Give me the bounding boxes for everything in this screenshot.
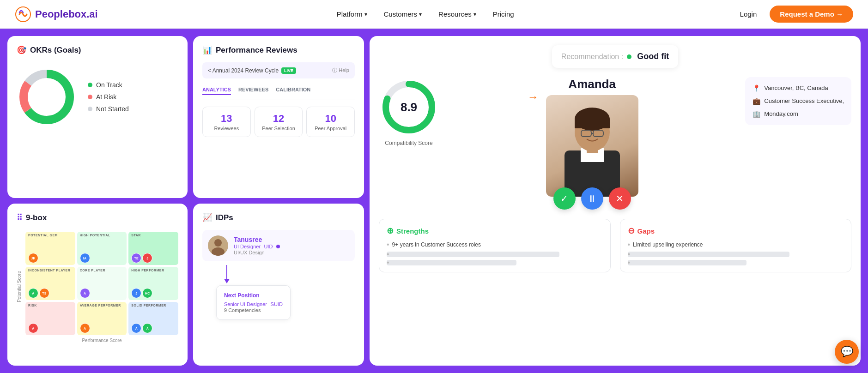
strengths-title: ⊕ Strengths xyxy=(387,226,603,236)
recommendation-banner: Recommendation : Good fit xyxy=(552,45,678,68)
next-position-title: Senior UI Designer SUID xyxy=(224,301,283,307)
ninebox-grid: Potential GemJKHigh PotentialIAStarTEJIn… xyxy=(25,232,178,335)
middle-section: 📊 Performance Reviews < Annual 2024 Revi… xyxy=(193,36,364,366)
tab-analytics[interactable]: ANALYTICS xyxy=(202,87,231,95)
review-tabs: ANALYTICS REVIEWEES CALIBRATION xyxy=(202,84,355,100)
plus-circle-icon: ⊕ xyxy=(387,226,394,236)
person-name: Amanda xyxy=(568,77,616,91)
gap-item-2 xyxy=(628,252,790,257)
logo[interactable]: Peoplebox.ai xyxy=(15,6,98,23)
gap-item-1: Limited upselling experience xyxy=(628,241,844,249)
demo-button[interactable]: Request a Demo → xyxy=(770,6,853,23)
legend-on-track: On Track xyxy=(88,81,129,89)
reject-button[interactable]: ✕ xyxy=(609,187,631,210)
performance-icon: 📊 xyxy=(202,45,212,55)
svg-point-6 xyxy=(214,239,222,247)
nav-links: Platform ▾ Customers ▾ Resources ▾ Prici… xyxy=(116,6,734,22)
profile-area: 8.9 Compatibility Score Amanda → xyxy=(379,77,851,210)
briefcase-icon: 💼 xyxy=(753,97,760,105)
navbar: Peoplebox.ai Platform ▾ Customers ▾ Reso… xyxy=(0,0,868,29)
gaps-list: Limited upselling experience xyxy=(628,241,844,265)
review-header: < Annual 2024 Review Cycle LIVE ⓘ Help xyxy=(202,62,355,78)
chevron-down-icon: ▾ xyxy=(419,11,422,18)
okr-title: 🎯 OKRs (Goals) xyxy=(17,45,178,55)
svg-rect-15 xyxy=(575,119,610,128)
content-area: 🎯 OKRs (Goals) xyxy=(0,29,868,373)
photo-area: → xyxy=(546,95,638,197)
ninebox-cell: Solid PerformerAA xyxy=(128,302,178,335)
person-photo xyxy=(546,95,638,197)
strength-item-2 xyxy=(387,252,559,257)
location-icon: 📍 xyxy=(753,84,760,92)
stat-peer-selection: 12 Peer Selection xyxy=(255,107,303,137)
stat-reviewees: 13 Reviewees xyxy=(202,107,251,137)
okr-donut-chart xyxy=(17,67,77,127)
not-started-dot xyxy=(88,107,92,111)
good-fit-dot xyxy=(627,54,631,59)
job-title-detail: 💼 Customer Success Executive, xyxy=(753,97,844,105)
approve-button[interactable]: ✓ xyxy=(553,187,576,210)
idp-role: UI Designer UID xyxy=(234,243,349,250)
compat-label: Compatibility Score xyxy=(379,140,439,146)
compat-number: 8.9 xyxy=(401,100,417,114)
performance-reviews-card: 📊 Performance Reviews < Annual 2024 Revi… xyxy=(193,36,364,198)
nav-platform[interactable]: Platform ▾ xyxy=(329,6,375,22)
profile-details: 📍 Vancouver, BC, Canada 💼 Customer Succe… xyxy=(745,77,851,125)
ninebox-cell: Potential GemJK xyxy=(25,232,75,265)
idp-title: 📈 IDPs xyxy=(202,213,355,223)
legend-not-started: Not Started xyxy=(88,105,129,113)
nav-pricing[interactable]: Pricing xyxy=(486,6,522,22)
strengths-box: ⊕ Strengths 9+ years in Customer Success… xyxy=(379,219,611,272)
ninebox-icon: ⠿ xyxy=(17,213,22,223)
compatibility-score-box: 8.9 Compatibility Score xyxy=(379,77,439,146)
minus-circle-icon: ⊖ xyxy=(628,226,635,236)
location-detail: 📍 Vancouver, BC, Canada xyxy=(753,84,844,92)
okr-legend: On Track At Risk Not Started xyxy=(88,81,129,113)
help-text: ⓘ Help xyxy=(332,67,349,74)
ninebox-cell: Inconsistent PlayerATS xyxy=(25,267,75,300)
okr-chart-area: On Track At Risk Not Started xyxy=(17,62,178,132)
building-icon: 🏢 xyxy=(753,110,760,118)
chevron-down-icon: ▾ xyxy=(364,11,367,18)
ninebox-cell: High PerformerJHC xyxy=(128,267,178,300)
ninebox-cell: StarTEJ xyxy=(128,232,178,265)
role-dot xyxy=(276,245,280,248)
stat-peer-approval: 10 Peer Approval xyxy=(306,107,355,137)
login-button[interactable]: Login xyxy=(734,6,763,22)
strength-item-1: 9+ years in Customer Success roles xyxy=(387,241,603,249)
compatibility-donut: 8.9 xyxy=(379,77,439,137)
okr-card: 🎯 OKRs (Goals) xyxy=(7,36,188,198)
x-axis-label: Performance Score xyxy=(25,338,178,343)
review-stats: 13 Reviewees 12 Peer Selection 10 Peer A… xyxy=(202,107,355,137)
arrow-icon: → xyxy=(528,90,539,103)
idp-flow: Next Position Senior UI Designer SUID 9 … xyxy=(212,265,355,320)
tab-reviewees[interactable]: REVIEWEES xyxy=(238,87,268,95)
ninebox-cell: RiskA xyxy=(25,302,75,335)
idp-avatar xyxy=(208,235,228,256)
company-detail: 🏢 Monday.com xyxy=(753,110,844,118)
idp-icon: 📈 xyxy=(202,213,212,223)
on-track-dot xyxy=(88,83,92,87)
nav-customers[interactable]: Customers ▾ xyxy=(376,6,430,22)
right-panel: Recommendation : Good fit 8.9 Compatibil… xyxy=(370,36,861,366)
chat-bubble[interactable]: 💬 xyxy=(835,340,859,364)
nav-actions: Login Request a Demo → xyxy=(734,6,853,23)
ninebox-card: ⠿ 9-box Potential Score Potential GemJKH… xyxy=(7,204,188,366)
ninebox-title: ⠿ 9-box xyxy=(17,213,178,223)
chevron-down-icon: ▾ xyxy=(473,11,476,18)
performance-title: 📊 Performance Reviews xyxy=(202,45,355,55)
gaps-box: ⊖ Gaps Limited upselling experience xyxy=(620,219,852,272)
connector-line xyxy=(226,265,227,279)
ninebox-cell: Average PerformerA xyxy=(77,302,127,335)
legend-at-risk: At Risk xyxy=(88,93,129,101)
idp-person: Tanusree UI Designer UID UI/UX Design xyxy=(202,230,355,261)
okr-icon: 🎯 xyxy=(17,45,26,55)
review-cycle: < Annual 2024 Review Cycle LIVE xyxy=(208,67,296,74)
left-section: 🎯 OKRs (Goals) xyxy=(7,36,188,366)
nav-resources[interactable]: Resources ▾ xyxy=(431,6,484,22)
idp-info: Tanusree UI Designer UID UI/UX Design xyxy=(234,236,349,255)
idp-arrow-connector xyxy=(222,265,230,283)
pause-button[interactable]: ⏸ xyxy=(581,187,603,210)
strength-item-3 xyxy=(387,260,516,265)
tab-calibration[interactable]: CALIBRATION xyxy=(276,87,310,95)
